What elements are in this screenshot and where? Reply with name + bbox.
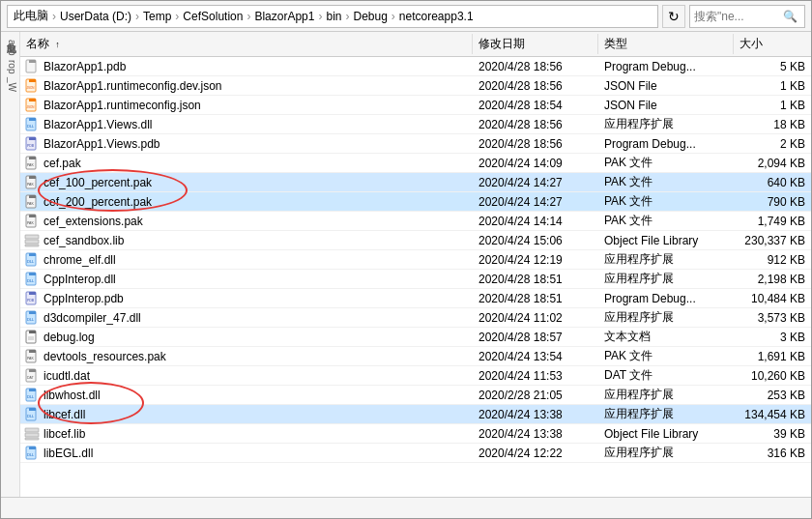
col-header-name[interactable]: 名称 ↑	[20, 34, 473, 54]
file-name-text: BlazorApp1.pdb	[44, 60, 126, 73]
table-row[interactable]: DLL chrome_elf.dll 2020/4/24 12:19 应用程序扩…	[20, 250, 811, 270]
table-row[interactable]: DLL d3dcompiler_47.dll 2020/4/24 11:02 应…	[20, 308, 811, 328]
file-icon: DLL	[24, 407, 40, 422]
file-name-cell: JSON BlazorApp1.runtimeconfig.json	[20, 98, 473, 113]
breadcrumb-item-7[interactable]: netcoreapp3.1	[399, 10, 474, 23]
sidebar-item-2[interactable]: rop	[3, 60, 17, 73]
table-row[interactable]: JSON BlazorApp1.runtimeconfig.dev.json 2…	[20, 76, 811, 96]
svg-text:PAK: PAK	[27, 221, 34, 225]
breadcrumb-item-5[interactable]: bin	[326, 10, 341, 23]
file-date: 2020/4/28 18:51	[473, 273, 598, 286]
table-row[interactable]: PAK cef_200_percent.pak 2020/4/24 14:27 …	[20, 192, 811, 212]
breadcrumb-path[interactable]: 此电脑 › UserData (D:) › Temp › CefSolution…	[7, 5, 658, 28]
file-date: 2020/4/24 11:53	[473, 369, 598, 383]
file-name-text: d3dcompiler_47.dll	[44, 311, 141, 325]
file-date: 2020/4/24 12:22	[473, 447, 598, 460]
table-row[interactable]: JSON BlazorApp1.runtimeconfig.json 2020/…	[20, 96, 811, 115]
svg-text:DLL: DLL	[27, 452, 35, 457]
svg-text:PAK: PAK	[27, 357, 34, 360]
table-row[interactable]: DAT icudtl.dat 2020/4/24 11:53 DAT 文件 10…	[20, 366, 811, 386]
svg-rect-1	[29, 60, 36, 63]
file-name-text: CppInterop.pdb	[44, 292, 124, 305]
table-row[interactable]: PAK devtools_resources.pak 2020/4/24 13:…	[20, 347, 811, 366]
file-date: 2020/4/24 14:14	[473, 215, 598, 228]
file-name-cell: cef_sandbox.lib	[20, 233, 473, 248]
table-row[interactable]: DLL libwhost.dll 2020/2/28 21:05 应用程序扩展 …	[20, 386, 811, 405]
column-headers: 名称 ↑ 修改日期 类型 大小	[20, 32, 811, 57]
svg-text:PDB: PDB	[27, 144, 35, 148]
file-date: 2020/4/28 18:57	[473, 331, 598, 344]
table-row[interactable]: PDB BlazorApp1.Views.pdb 2020/4/28 18:56…	[20, 134, 811, 154]
sidebar-item-1[interactable]: app	[3, 40, 17, 56]
table-row[interactable]: DLL BlazorApp1.Views.dll 2020/4/28 18:56…	[20, 115, 811, 134]
table-row[interactable]: DLL libEGL.dll 2020/4/24 12:22 应用程序扩展 31…	[20, 444, 811, 463]
file-type: 文本文档	[598, 329, 734, 345]
table-row[interactable]: cef_sandbox.lib 2020/4/24 15:06 Object F…	[20, 231, 811, 250]
file-name-cell: PAK cef_200_percent.pak	[20, 194, 473, 210]
file-size: 39 KB	[734, 427, 811, 441]
file-date: 2020/4/28 18:51	[473, 292, 598, 305]
breadcrumb-item-2[interactable]: Temp	[143, 10, 171, 23]
table-row[interactable]: debug.log 2020/4/28 18:57 文本文档 3 KB	[20, 328, 811, 347]
breadcrumb-item-3[interactable]: CefSolution	[183, 10, 243, 23]
file-date: 2020/4/28 18:56	[473, 79, 598, 93]
table-row[interactable]: PAK cef_100_percent.pak 2020/4/24 14:27 …	[20, 173, 811, 192]
table-row[interactable]: libcef.lib 2020/4/24 13:38 Object File L…	[20, 424, 811, 444]
table-row[interactable]: DLL libcef.dll 2020/4/24 13:38 应用程序扩展 13…	[20, 405, 811, 424]
file-date: 2020/4/24 14:27	[473, 195, 598, 209]
col-header-size[interactable]: 大小	[734, 34, 811, 54]
search-input[interactable]	[694, 10, 781, 23]
svg-rect-6	[29, 99, 36, 101]
file-type: PAK 文件	[598, 193, 734, 210]
file-name-cell: DLL libwhost.dll	[20, 388, 473, 403]
file-name-cell: PAK cef_100_percent.pak	[20, 175, 473, 190]
svg-rect-26	[25, 235, 39, 239]
file-type: Program Debug...	[598, 60, 734, 73]
table-row[interactable]: PAK cef_extensions.pak 2020/4/24 14:14 P…	[20, 212, 811, 231]
svg-text:PAK: PAK	[27, 202, 34, 206]
file-size: 640 KB	[734, 176, 811, 189]
file-type: Object File Library	[598, 234, 734, 247]
file-date: 2020/4/24 13:54	[473, 350, 598, 363]
breadcrumb-item-4[interactable]: BlazorApp1	[254, 10, 314, 23]
table-row[interactable]: BlazorApp1.pdb 2020/4/28 18:56 Program D…	[20, 57, 811, 76]
file-size: 2,198 KB	[734, 273, 811, 286]
svg-rect-12	[29, 137, 36, 140]
col-header-type[interactable]: 类型	[598, 34, 734, 54]
breadcrumb-item-0[interactable]: 此电脑	[14, 8, 48, 24]
file-icon: PAK	[24, 175, 40, 190]
search-box[interactable]: 🔍	[689, 5, 805, 28]
file-name-cell: PDB BlazorApp1.Views.pdb	[20, 136, 473, 152]
file-name-text: CppInterop.dll	[44, 273, 116, 286]
breadcrumb-item-1[interactable]: UserData (D:)	[60, 10, 131, 23]
file-type: DAT 文件	[598, 367, 734, 384]
file-date: 2020/4/28 18:56	[473, 118, 598, 131]
table-row[interactable]: DLL CppInterop.dll 2020/4/28 18:51 应用程序扩…	[20, 270, 811, 289]
sidebar-item-3[interactable]: _W	[3, 77, 17, 92]
address-bar: 此电脑 › UserData (D:) › Temp › CefSolution…	[1, 1, 811, 32]
file-name-text: cef_sandbox.lib	[44, 234, 124, 247]
file-icon: DLL	[24, 252, 40, 268]
svg-rect-30	[29, 253, 36, 256]
file-size: 230,337 KB	[734, 234, 811, 247]
col-header-date[interactable]: 修改日期	[473, 34, 598, 54]
file-icon: JSON	[24, 98, 40, 113]
file-date: 2020/4/24 15:06	[473, 234, 598, 247]
file-type: 应用程序扩展	[598, 116, 734, 132]
refresh-button[interactable]: ↻	[662, 5, 685, 28]
file-type: 应用程序扩展	[598, 251, 734, 268]
breadcrumb-item-6[interactable]: Debug	[353, 10, 387, 23]
svg-rect-36	[29, 292, 36, 295]
svg-rect-57	[25, 428, 39, 432]
svg-rect-49	[29, 369, 36, 372]
file-name-cell: debug.log	[20, 330, 473, 345]
table-row[interactable]: PAK cef.pak 2020/4/24 14:09 PAK 文件 2,094…	[20, 154, 811, 173]
table-row[interactable]: PDB CppInterop.pdb 2020/4/28 18:51 Progr…	[20, 289, 811, 308]
svg-text:DLL: DLL	[27, 278, 35, 283]
file-size: 253 KB	[734, 389, 811, 402]
file-type: PAK 文件	[598, 348, 734, 364]
svg-text:PAK: PAK	[27, 163, 34, 167]
file-icon	[24, 330, 40, 345]
svg-text:DLL: DLL	[27, 124, 35, 129]
svg-text:PDB: PDB	[27, 299, 35, 303]
